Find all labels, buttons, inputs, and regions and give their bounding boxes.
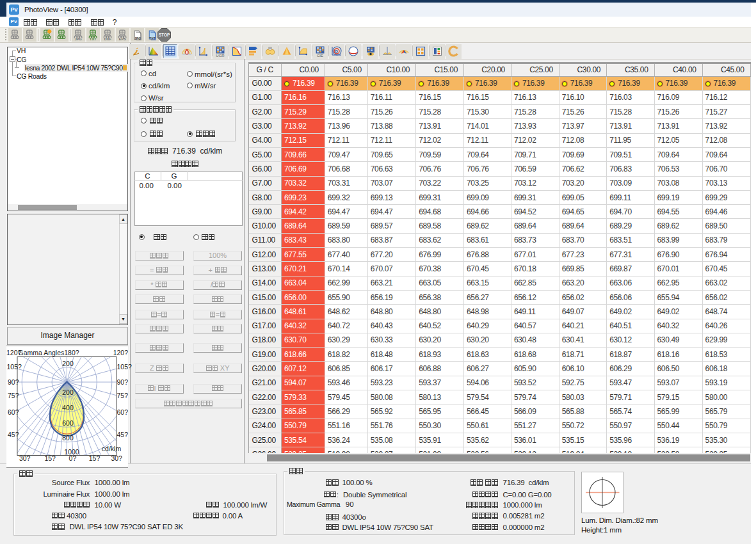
svg-text:30?: 30? — [111, 454, 122, 462]
svg-text:60?: 60? — [117, 408, 129, 416]
svg-text:45?: 45? — [117, 431, 129, 438]
svg-text:Gamma Angles180?: Gamma Angles180? — [19, 349, 79, 356]
svg-text:120?: 120? — [113, 349, 129, 356]
svg-text:TXT: TXT — [149, 36, 156, 40]
svg-text:15?: 15? — [89, 454, 101, 462]
svg-text:1000: 1000 — [64, 448, 79, 456]
svg-text:JPG: JPG — [134, 36, 141, 40]
svg-text:STOP: STOP — [159, 33, 170, 37]
svg-text:cd/klm: cd/klm — [102, 445, 122, 452]
svg-text:60?: 60? — [8, 408, 19, 416]
svg-text:0?: 0? — [69, 454, 77, 462]
svg-text:75?: 75? — [8, 392, 19, 399]
svg-text:TXT: TXT — [90, 37, 97, 40]
svg-text:45?: 45? — [8, 431, 19, 438]
svg-text:105?: 105? — [7, 363, 22, 371]
svg-text:JPG: JPG — [75, 37, 82, 40]
svg-text:UGR: UGR — [216, 54, 225, 58]
svg-text:90?: 90? — [117, 378, 129, 386]
svg-text:200: 200 — [62, 360, 74, 367]
svg-text:105?: 105? — [117, 363, 133, 371]
svg-text:CIE: CIE — [317, 54, 323, 58]
svg-text:800: 800 — [62, 434, 74, 442]
svg-text:600: 600 — [62, 419, 74, 427]
svg-text:15?: 15? — [44, 454, 56, 462]
svg-text:75?: 75? — [117, 392, 129, 399]
svg-text:EPS: EPS — [119, 37, 126, 40]
svg-text:200: 200 — [62, 388, 74, 396]
svg-text:30?: 30? — [19, 454, 31, 462]
svg-text:DXF: DXF — [104, 37, 112, 40]
svg-text:90?: 90? — [8, 378, 19, 386]
svg-text:400: 400 — [62, 404, 74, 412]
